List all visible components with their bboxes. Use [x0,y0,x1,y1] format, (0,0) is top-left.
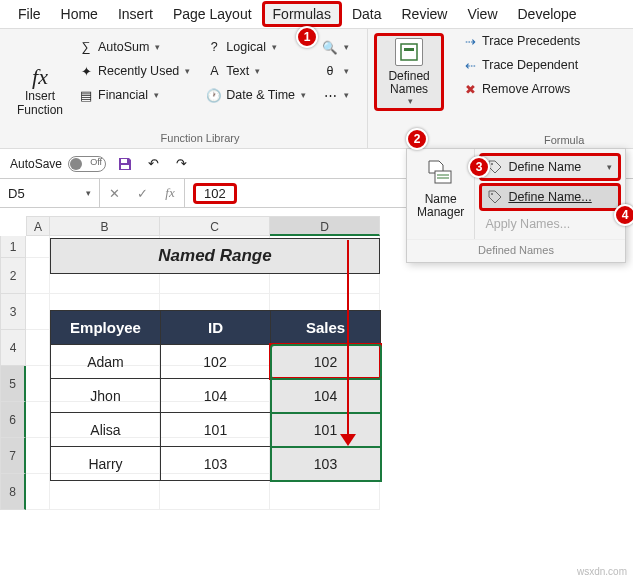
cell-sales[interactable]: 101 [271,413,381,447]
tab-review[interactable]: Review [392,2,458,26]
ellipsis-icon: ⋯ [322,87,338,103]
cell-id[interactable]: 101 [161,413,271,447]
math-button[interactable]: θ▾ [318,61,353,81]
flyout-group-label: Defined Names [407,239,625,262]
remove-arrows-button[interactable]: ✖ Remove Arrows [458,79,584,99]
row-header-5[interactable]: 5 [0,366,26,402]
defined-names-label: Defined Names [388,70,429,96]
lookup-icon: 🔍 [322,39,338,55]
autosave-label: AutoSave [10,157,62,171]
fx-icon: fx [32,64,48,90]
tab-data[interactable]: Data [342,2,392,26]
trace-dependents-label: Trace Dependent [482,58,578,72]
tab-insert[interactable]: Insert [108,2,163,26]
col-header-c[interactable]: C [160,216,270,236]
cell-id[interactable]: 103 [161,447,271,481]
recently-used-button[interactable]: ✦ Recently Used ▾ [74,61,194,81]
tab-view[interactable]: View [457,2,507,26]
defined-names-dropdown: Name Manager Define Name ▾ Define Name..… [406,148,626,263]
row-header-4[interactable]: 4 [0,330,26,366]
cell-sales-selected[interactable]: 102 [271,345,381,379]
cell-employee[interactable]: Harry [51,447,161,481]
autosum-label: AutoSum [98,40,149,54]
svg-point-6 [491,193,493,195]
callout-arrow-head [340,434,356,446]
cell-employee[interactable]: Alisa [51,413,161,447]
row-header-8[interactable]: 8 [0,474,26,510]
sheet-title[interactable]: Named Range [50,238,380,274]
col-header-b[interactable]: B [50,216,160,236]
col-header-a[interactable]: A [26,216,50,236]
name-manager-label: Name Manager [417,193,464,219]
define-name-menu[interactable]: Define Name ▾ [479,153,621,181]
col-sales[interactable]: Sales [271,311,381,345]
date-time-button[interactable]: 🕐 Date & Time ▾ [202,85,310,105]
more-button[interactable]: ⋯▾ [318,85,353,105]
lookup-button[interactable]: 🔍▾ [318,37,353,57]
formula-value: 102 [193,183,237,204]
cell-employee[interactable]: Adam [51,345,161,379]
tab-home[interactable]: Home [51,2,108,26]
cell-id[interactable]: 102 [161,345,271,379]
row-header-2[interactable]: 2 [0,258,26,294]
cell-sales[interactable]: 104 [271,379,381,413]
recent-icon: ✦ [78,63,94,79]
tab-page-layout[interactable]: Page Layout [163,2,262,26]
trace-dependents-button[interactable]: ⇠ Trace Dependent [458,55,584,75]
cell-id[interactable]: 104 [161,379,271,413]
name-box[interactable]: D5 ▾ [0,179,100,207]
defined-names-button[interactable]: Defined Names ▾ [374,33,444,111]
text-button[interactable]: A Text ▾ [202,61,310,81]
fx-icon[interactable]: fx [156,179,184,207]
undo-icon[interactable]: ↶ [144,155,162,173]
row-header-3[interactable]: 3 [0,294,26,330]
chevron-down-icon: ▾ [408,96,413,106]
svg-rect-7 [121,159,127,163]
ribbon-tabs: File Home Insert Page Layout Formulas Da… [0,0,633,28]
svg-rect-8 [121,165,129,169]
trace-precedents-button[interactable]: ⇢ Trace Precedents [458,31,584,51]
text-label: Text [226,64,249,78]
chevron-down-icon: ▾ [155,42,160,52]
col-id[interactable]: ID [161,311,271,345]
watermark: wsxdn.com [577,566,627,577]
col-header-d[interactable]: D [270,216,380,236]
logical-button[interactable]: ? Logical ▾ [202,37,310,57]
chevron-down-icon: ▾ [154,90,159,100]
group-label-function-library: Function Library [10,128,390,144]
enter-icon[interactable]: ✓ [128,179,156,207]
chevron-down-icon: ▾ [255,66,260,76]
step-badge-2: 2 [406,128,428,150]
logical-icon: ? [206,39,222,55]
autosave-toggle[interactable]: AutoSave Off [10,156,106,172]
data-table: Employee ID Sales Adam 102 102 Jhon 104 … [50,310,382,481]
name-manager-button[interactable]: Name Manager [407,149,475,239]
autosum-button[interactable]: ∑ AutoSum ▾ [74,37,194,57]
cell-sales[interactable]: 103 [271,447,381,481]
logical-label: Logical [226,40,266,54]
svg-rect-1 [404,48,414,51]
callout-arrow [347,240,349,438]
chevron-down-icon[interactable]: ▾ [86,188,91,198]
financial-button[interactable]: ▤ Financial ▾ [74,85,194,105]
row-header-1[interactable]: 1 [0,236,26,258]
step-badge-1: 1 [296,26,318,48]
row-header-7[interactable]: 7 [0,438,26,474]
table-row: Alisa 101 101 [51,413,381,447]
cell-employee[interactable]: Jhon [51,379,161,413]
tab-file[interactable]: File [8,2,51,26]
trace-dependents-icon: ⇠ [462,57,478,73]
save-icon[interactable] [116,155,134,173]
redo-icon[interactable]: ↷ [172,155,190,173]
col-employee[interactable]: Employee [51,311,161,345]
define-name-dialog-item[interactable]: Define Name... [479,183,621,211]
row-header-6[interactable]: 6 [0,402,26,438]
cancel-icon[interactable]: ✕ [100,179,128,207]
sigma-icon: ∑ [78,39,94,55]
toggle-switch[interactable]: Off [68,156,106,172]
tab-developer[interactable]: Develope [508,2,587,26]
apply-names-item[interactable]: Apply Names... [479,213,621,235]
chevron-down-icon: ▾ [607,162,612,172]
tab-formulas[interactable]: Formulas [262,1,342,27]
table-row: Harry 103 103 [51,447,381,481]
